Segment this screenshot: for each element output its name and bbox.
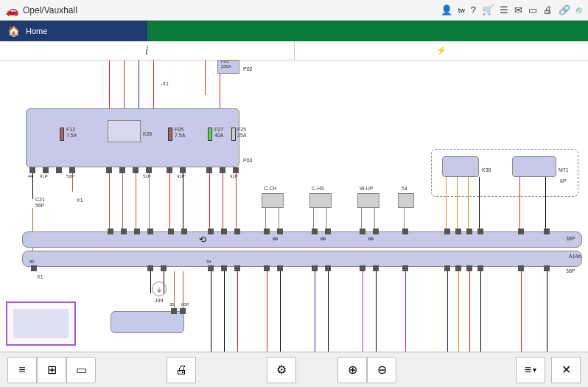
wire — [169, 173, 170, 232]
pin-label: 52P — [66, 174, 74, 178]
pin — [147, 229, 153, 234]
label-f27: F2740A — [214, 127, 223, 138]
wire — [468, 177, 469, 232]
pin — [206, 167, 212, 173]
label-m71: M71 — [559, 167, 569, 173]
pin-label: 91P — [177, 174, 185, 178]
wire — [136, 173, 136, 232]
pin — [325, 229, 331, 234]
wire — [174, 271, 175, 308]
pin — [277, 265, 283, 271]
pin — [121, 229, 127, 234]
wire — [224, 271, 225, 352]
tab-info[interactable]: i — [0, 41, 295, 60]
vehicle-name: Opel/Vauxhall — [23, 5, 77, 15]
list-icon[interactable]: ☰ — [500, 4, 508, 15]
cart-icon[interactable]: 🛒 — [482, 4, 494, 15]
pin — [373, 229, 379, 234]
label-x1: -X1 — [161, 81, 169, 87]
wire — [545, 177, 546, 232]
bus-arrow: ∞ — [368, 234, 374, 243]
tab-circuit-label: ⚡ — [436, 46, 447, 55]
label-cch: C-CH — [264, 186, 277, 192]
wire — [458, 271, 459, 352]
nav-home-label: Home — [26, 27, 47, 35]
pin — [234, 265, 240, 271]
label-f25: F2525A — [237, 127, 246, 138]
wire — [521, 271, 522, 352]
pin-label: 34 — [206, 259, 211, 264]
zoom-out-button[interactable]: ⊖ — [367, 357, 396, 383]
wire — [363, 271, 363, 352]
fuse-f25 — [231, 128, 236, 141]
battery-icon[interactable]: ▭ — [528, 4, 537, 15]
wire — [183, 173, 183, 232]
label-f03: F03250A — [221, 60, 231, 69]
print-icon[interactable]: 🖨 — [543, 4, 553, 15]
label-x1b: X1 — [77, 198, 83, 203]
menu-button[interactable]: ≡▾ — [516, 357, 545, 383]
wire — [211, 271, 211, 352]
settings-button[interactable]: ⚙ — [267, 357, 296, 383]
pin — [264, 229, 270, 234]
pin — [43, 167, 49, 173]
pin — [168, 229, 174, 234]
pin — [544, 265, 550, 271]
bus-arrow: ⟲ — [199, 234, 206, 245]
pin — [402, 229, 408, 234]
wire — [32, 173, 33, 199]
user-icon[interactable]: 👤 — [441, 4, 452, 15]
zoom-in-button[interactable]: ⊕ — [337, 357, 367, 383]
pin — [147, 265, 153, 271]
wire — [223, 173, 223, 232]
label-k26: K26 — [143, 131, 152, 137]
help-icon[interactable]: ? — [471, 4, 476, 15]
printer-icon: 🖨 — [175, 363, 187, 377]
wire — [109, 173, 110, 232]
tab-circuit[interactable]: ⚡ — [295, 41, 589, 60]
label-38p-top: 38P — [566, 236, 575, 242]
pin — [31, 265, 37, 271]
wire — [447, 271, 448, 352]
tabs: i ⚡ — [0, 41, 588, 60]
view-list-button[interactable]: ≡ — [7, 357, 37, 383]
pin — [146, 167, 152, 173]
pin — [518, 229, 524, 234]
bus-bottom — [22, 251, 582, 267]
grid-icon: ⊞ — [47, 363, 57, 377]
minimap[interactable] — [6, 301, 76, 346]
zoom-group: ⊕ ⊖ — [337, 357, 396, 383]
wire — [149, 173, 150, 232]
wire — [405, 271, 406, 352]
diagram-canvas[interactable]: P02 F03250A -X1 K26 F127.5A F057.5A F274… — [0, 60, 588, 352]
label-x1c: X1 — [37, 274, 43, 280]
wire — [220, 74, 220, 108]
view-single-button[interactable]: ▭ — [66, 357, 96, 383]
pin — [161, 265, 167, 271]
wire — [457, 177, 458, 232]
wire — [122, 173, 123, 232]
ground-symbol: ⏚ — [152, 282, 167, 296]
fuse-f27 — [208, 128, 212, 141]
component-bottom — [111, 311, 184, 333]
list-icon: ≡ — [18, 363, 25, 377]
pin-label: 91P — [230, 174, 238, 178]
tab-info-label: i — [145, 44, 148, 57]
print-button[interactable]: 🖨 — [167, 357, 196, 383]
view-grid-button[interactable]: ⊞ — [37, 357, 66, 383]
link-icon[interactable]: 🔗 — [559, 4, 570, 15]
topbar-right: 👤 tw ? 🛒 ☰ ✉ ▭ 🖨 🔗 ⎋ — [441, 4, 582, 15]
nav-home[interactable]: 🏠 Home — [0, 21, 147, 41]
fuse-f05 — [168, 128, 172, 141]
mail-icon[interactable]: ✉ — [514, 4, 522, 15]
close-button[interactable]: ✕ — [551, 357, 581, 383]
label-f05: F057.5A — [175, 127, 185, 138]
label-6p: 6P — [560, 178, 567, 184]
label-f12: F127.5A — [66, 127, 77, 138]
wire — [519, 177, 520, 232]
pin — [466, 265, 472, 271]
label-chs: C-HS — [312, 186, 324, 192]
pin — [264, 265, 270, 271]
obd-icon[interactable]: ⎋ — [576, 4, 582, 15]
plug-cch — [262, 193, 284, 208]
